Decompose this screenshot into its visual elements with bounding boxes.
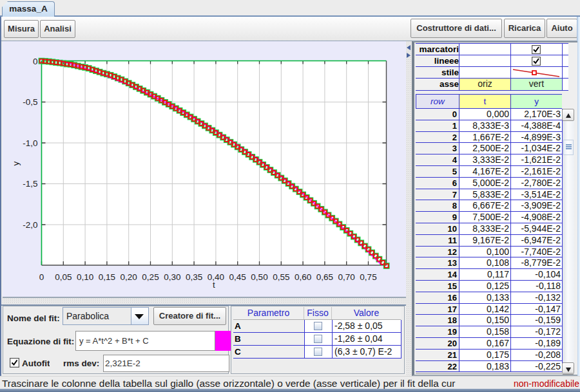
- svg-text:0: 0: [33, 57, 38, 66]
- svg-text:0,15: 0,15: [99, 272, 115, 282]
- svg-text:0,25: 0,25: [142, 272, 159, 282]
- svg-text:0,70: 0,70: [338, 272, 355, 282]
- svg-text:t: t: [213, 280, 215, 290]
- svg-text:-2,0: -2,0: [23, 220, 37, 230]
- svg-text:0,05: 0,05: [55, 272, 72, 282]
- svg-text:-0,5: -0,5: [23, 97, 37, 107]
- svg-text:0,20: 0,20: [121, 272, 137, 282]
- svg-text:0,45: 0,45: [229, 272, 246, 282]
- svg-text:0,10: 0,10: [77, 272, 93, 282]
- svg-text:0,60: 0,60: [295, 272, 311, 282]
- svg-text:0: 0: [39, 272, 44, 282]
- svg-text:0,50: 0,50: [251, 272, 267, 282]
- svg-text:0,30: 0,30: [164, 272, 180, 282]
- svg-text:y: y: [11, 161, 21, 165]
- svg-text:0,65: 0,65: [316, 272, 333, 282]
- svg-text:-1,0: -1,0: [23, 138, 37, 148]
- svg-text:0,75: 0,75: [360, 272, 376, 282]
- svg-text:-1,5: -1,5: [23, 179, 37, 189]
- svg-text:0,55: 0,55: [273, 272, 289, 282]
- svg-text:0,35: 0,35: [186, 272, 202, 282]
- svg-text:0,40: 0,40: [208, 272, 224, 282]
